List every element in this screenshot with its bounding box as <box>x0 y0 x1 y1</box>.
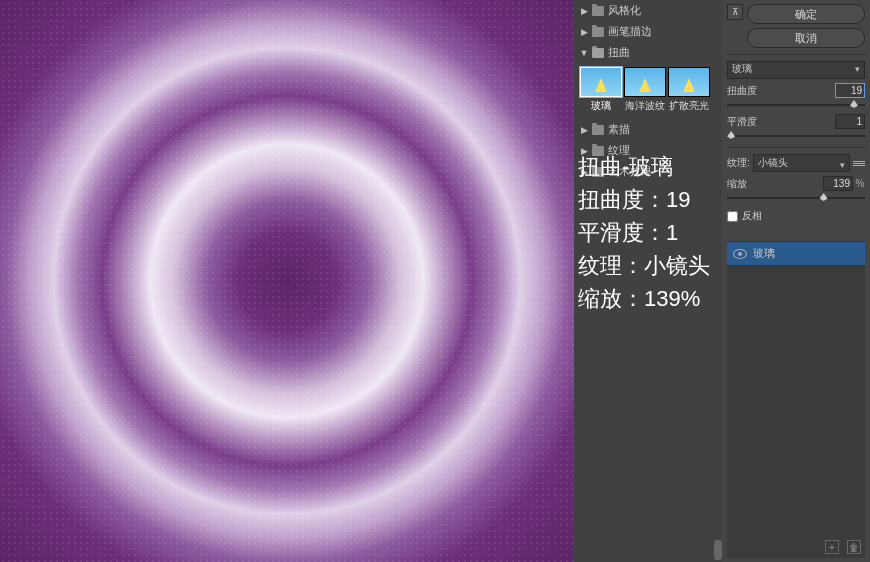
preview-area <box>0 0 574 562</box>
filter-thumbnails: 玻璃 海洋波纹 扩散亮光 <box>574 63 722 119</box>
slider-knob-icon[interactable] <box>820 193 828 201</box>
percent-suffix: % <box>855 178 865 189</box>
invert-param[interactable]: 反相 <box>727 207 865 225</box>
invert-checkbox[interactable] <box>727 211 738 222</box>
smoothness-param: 平滑度 <box>727 114 865 141</box>
smoothness-input[interactable] <box>835 114 865 129</box>
distortion-label: 扭曲度 <box>727 84 757 98</box>
chevron-right-icon: ▶ <box>580 167 588 177</box>
smoothness-slider[interactable] <box>727 131 865 141</box>
thumbnail-label: 玻璃 <box>591 99 611 113</box>
cancel-button[interactable]: 取消 <box>747 28 865 48</box>
new-layer-button[interactable]: + <box>825 540 839 554</box>
layer-item-glass[interactable]: 玻璃 <box>727 241 865 266</box>
distortion-param: 扭曲度 <box>727 83 865 110</box>
thumbnail-label: 扩散亮光 <box>669 99 709 113</box>
visibility-eye-icon[interactable] <box>733 249 747 259</box>
folder-label: 扭曲 <box>608 45 630 60</box>
folder-distort[interactable]: ▼ 扭曲 <box>574 42 722 63</box>
folder-icon <box>592 6 604 16</box>
controls-panel: ⊼ 确定 取消 玻璃 扭曲度 平滑度 纹理: 小镜 <box>722 0 870 562</box>
folder-icon <box>592 125 604 135</box>
filter-thumb-ocean-ripple[interactable]: 海洋波纹 <box>624 67 666 113</box>
invert-label: 反相 <box>742 209 762 223</box>
scale-param: 缩放 % <box>727 176 865 203</box>
distortion-slider[interactable] <box>727 100 865 110</box>
chevron-down-icon: ▼ <box>580 48 588 58</box>
smoothness-label: 平滑度 <box>727 115 757 129</box>
folder-label: 素描 <box>608 122 630 137</box>
collapse-panel-button[interactable]: ⊼ <box>727 4 743 20</box>
layer-label: 玻璃 <box>753 246 775 261</box>
thumbnail-image <box>668 67 710 97</box>
texture-menu-button[interactable] <box>853 155 865 171</box>
filter-select[interactable]: 玻璃 <box>727 61 865 79</box>
filter-browser-panel: ▶ 风格化 ▶ 画笔描边 ▼ 扭曲 玻璃 海洋波纹 扩散亮光 ▶ 素描 ▶ 纹理 <box>574 0 722 562</box>
folder-icon <box>592 146 604 156</box>
folder-brush-strokes[interactable]: ▶ 画笔描边 <box>574 21 722 42</box>
delete-layer-button[interactable]: 🗑 <box>847 540 861 554</box>
filter-thumb-glass[interactable]: 玻璃 <box>580 67 622 113</box>
folder-icon <box>592 48 604 58</box>
thumbnail-image <box>624 67 666 97</box>
folder-stylize[interactable]: ▶ 风格化 <box>574 0 722 21</box>
folder-label: 艺术效果 <box>608 164 652 179</box>
folder-label: 纹理 <box>608 143 630 158</box>
folder-label: 画笔描边 <box>608 24 652 39</box>
ok-button[interactable]: 确定 <box>747 4 865 24</box>
folder-artistic[interactable]: ▶ 艺术效果 <box>574 161 722 182</box>
thumbnail-image <box>580 67 622 97</box>
texture-select[interactable]: 小镜头 <box>753 154 850 172</box>
texture-param: 纹理: 小镜头 <box>727 154 865 172</box>
scale-input[interactable] <box>823 176 853 191</box>
texture-label: 纹理: <box>727 156 750 170</box>
chevron-right-icon: ▶ <box>580 146 588 156</box>
preview-canvas[interactable] <box>0 0 574 562</box>
plus-icon: + <box>829 542 835 553</box>
folder-icon <box>592 167 604 177</box>
filter-thumb-diffuse-glow[interactable]: 扩散亮光 <box>668 67 710 113</box>
chevron-right-icon: ▶ <box>580 6 588 16</box>
scrollbar-handle[interactable] <box>714 540 722 560</box>
folder-texture[interactable]: ▶ 纹理 <box>574 140 722 161</box>
trash-icon: 🗑 <box>849 542 859 553</box>
scale-slider[interactable] <box>727 193 865 203</box>
chevron-right-icon: ▶ <box>580 125 588 135</box>
slider-knob-icon[interactable] <box>727 131 735 139</box>
effect-layers: 玻璃 + 🗑 <box>727 241 865 558</box>
texture-select-value: 小镜头 <box>758 157 788 168</box>
folder-sketch[interactable]: ▶ 素描 <box>574 119 722 140</box>
distortion-input[interactable] <box>835 83 865 98</box>
chevron-right-icon: ▶ <box>580 27 588 37</box>
filter-select-value: 玻璃 <box>732 63 752 74</box>
folder-icon <box>592 27 604 37</box>
thumbnail-label: 海洋波纹 <box>625 99 665 113</box>
scale-label: 缩放 <box>727 177 747 191</box>
folder-label: 风格化 <box>608 3 641 18</box>
slider-knob-icon[interactable] <box>850 100 858 108</box>
